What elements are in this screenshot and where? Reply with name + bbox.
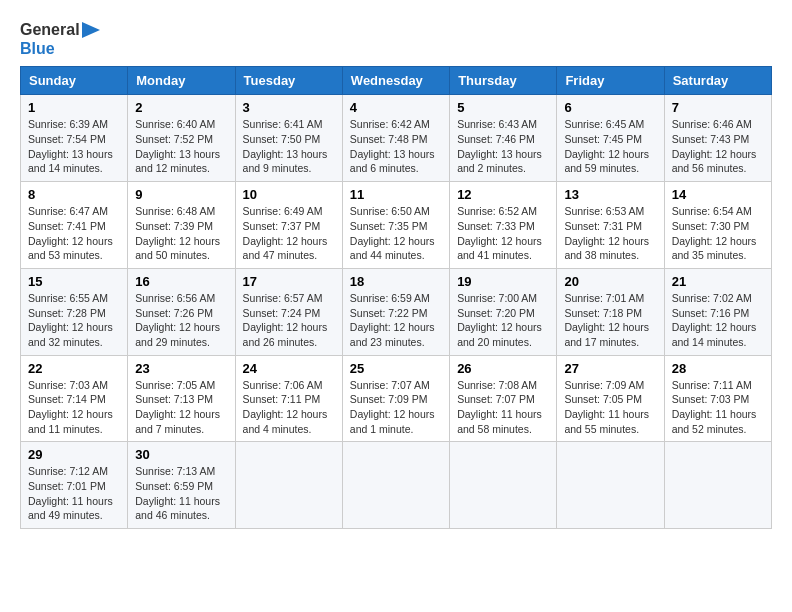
day-number: 3 bbox=[243, 100, 335, 115]
day-detail: Sunrise: 6:54 AMSunset: 7:30 PMDaylight:… bbox=[672, 204, 764, 263]
day-detail: Sunrise: 6:55 AMSunset: 7:28 PMDaylight:… bbox=[28, 291, 120, 350]
day-detail: Sunrise: 7:02 AMSunset: 7:16 PMDaylight:… bbox=[672, 291, 764, 350]
day-detail: Sunrise: 7:08 AMSunset: 7:07 PMDaylight:… bbox=[457, 378, 549, 437]
day-detail: Sunrise: 6:56 AMSunset: 7:26 PMDaylight:… bbox=[135, 291, 227, 350]
day-number: 7 bbox=[672, 100, 764, 115]
week-row-3: 15Sunrise: 6:55 AMSunset: 7:28 PMDayligh… bbox=[21, 268, 772, 355]
logo-general-text: General bbox=[20, 20, 80, 39]
calendar-cell: 18Sunrise: 6:59 AMSunset: 7:22 PMDayligh… bbox=[342, 268, 449, 355]
column-header-thursday: Thursday bbox=[450, 67, 557, 95]
day-number: 18 bbox=[350, 274, 442, 289]
day-number: 8 bbox=[28, 187, 120, 202]
day-number: 2 bbox=[135, 100, 227, 115]
day-number: 4 bbox=[350, 100, 442, 115]
day-detail: Sunrise: 7:03 AMSunset: 7:14 PMDaylight:… bbox=[28, 378, 120, 437]
logo-container: General Blue bbox=[20, 20, 100, 58]
day-detail: Sunrise: 6:43 AMSunset: 7:46 PMDaylight:… bbox=[457, 117, 549, 176]
day-detail: Sunrise: 6:40 AMSunset: 7:52 PMDaylight:… bbox=[135, 117, 227, 176]
day-detail: Sunrise: 6:49 AMSunset: 7:37 PMDaylight:… bbox=[243, 204, 335, 263]
day-detail: Sunrise: 6:39 AMSunset: 7:54 PMDaylight:… bbox=[28, 117, 120, 176]
day-number: 13 bbox=[564, 187, 656, 202]
day-detail: Sunrise: 6:53 AMSunset: 7:31 PMDaylight:… bbox=[564, 204, 656, 263]
calendar-cell: 29Sunrise: 7:12 AMSunset: 7:01 PMDayligh… bbox=[21, 442, 128, 529]
calendar-cell: 1Sunrise: 6:39 AMSunset: 7:54 PMDaylight… bbox=[21, 95, 128, 182]
day-number: 11 bbox=[350, 187, 442, 202]
day-number: 5 bbox=[457, 100, 549, 115]
day-detail: Sunrise: 7:09 AMSunset: 7:05 PMDaylight:… bbox=[564, 378, 656, 437]
column-header-friday: Friday bbox=[557, 67, 664, 95]
calendar-cell: 22Sunrise: 7:03 AMSunset: 7:14 PMDayligh… bbox=[21, 355, 128, 442]
calendar-cell: 11Sunrise: 6:50 AMSunset: 7:35 PMDayligh… bbox=[342, 182, 449, 269]
calendar-cell: 27Sunrise: 7:09 AMSunset: 7:05 PMDayligh… bbox=[557, 355, 664, 442]
calendar-cell: 24Sunrise: 7:06 AMSunset: 7:11 PMDayligh… bbox=[235, 355, 342, 442]
day-number: 16 bbox=[135, 274, 227, 289]
day-number: 26 bbox=[457, 361, 549, 376]
calendar-cell: 7Sunrise: 6:46 AMSunset: 7:43 PMDaylight… bbox=[664, 95, 771, 182]
day-detail: Sunrise: 7:12 AMSunset: 7:01 PMDaylight:… bbox=[28, 464, 120, 523]
calendar-cell: 3Sunrise: 6:41 AMSunset: 7:50 PMDaylight… bbox=[235, 95, 342, 182]
week-row-4: 22Sunrise: 7:03 AMSunset: 7:14 PMDayligh… bbox=[21, 355, 772, 442]
calendar-table: SundayMondayTuesdayWednesdayThursdayFrid… bbox=[20, 66, 772, 529]
day-number: 28 bbox=[672, 361, 764, 376]
calendar-cell: 26Sunrise: 7:08 AMSunset: 7:07 PMDayligh… bbox=[450, 355, 557, 442]
day-detail: Sunrise: 6:45 AMSunset: 7:45 PMDaylight:… bbox=[564, 117, 656, 176]
calendar-cell bbox=[557, 442, 664, 529]
calendar-cell: 4Sunrise: 6:42 AMSunset: 7:48 PMDaylight… bbox=[342, 95, 449, 182]
day-number: 20 bbox=[564, 274, 656, 289]
day-detail: Sunrise: 6:46 AMSunset: 7:43 PMDaylight:… bbox=[672, 117, 764, 176]
day-number: 24 bbox=[243, 361, 335, 376]
day-number: 19 bbox=[457, 274, 549, 289]
logo-arrow-icon bbox=[82, 22, 100, 38]
day-number: 29 bbox=[28, 447, 120, 462]
column-header-monday: Monday bbox=[128, 67, 235, 95]
day-detail: Sunrise: 7:07 AMSunset: 7:09 PMDaylight:… bbox=[350, 378, 442, 437]
calendar-cell: 8Sunrise: 6:47 AMSunset: 7:41 PMDaylight… bbox=[21, 182, 128, 269]
day-number: 14 bbox=[672, 187, 764, 202]
calendar-cell: 10Sunrise: 6:49 AMSunset: 7:37 PMDayligh… bbox=[235, 182, 342, 269]
day-number: 12 bbox=[457, 187, 549, 202]
calendar-cell: 20Sunrise: 7:01 AMSunset: 7:18 PMDayligh… bbox=[557, 268, 664, 355]
week-row-2: 8Sunrise: 6:47 AMSunset: 7:41 PMDaylight… bbox=[21, 182, 772, 269]
logo: General Blue bbox=[20, 20, 100, 58]
calendar-cell: 2Sunrise: 6:40 AMSunset: 7:52 PMDaylight… bbox=[128, 95, 235, 182]
day-detail: Sunrise: 7:00 AMSunset: 7:20 PMDaylight:… bbox=[457, 291, 549, 350]
day-detail: Sunrise: 7:01 AMSunset: 7:18 PMDaylight:… bbox=[564, 291, 656, 350]
day-number: 1 bbox=[28, 100, 120, 115]
day-detail: Sunrise: 6:59 AMSunset: 7:22 PMDaylight:… bbox=[350, 291, 442, 350]
calendar-cell: 13Sunrise: 6:53 AMSunset: 7:31 PMDayligh… bbox=[557, 182, 664, 269]
calendar-cell: 21Sunrise: 7:02 AMSunset: 7:16 PMDayligh… bbox=[664, 268, 771, 355]
day-number: 23 bbox=[135, 361, 227, 376]
calendar-cell bbox=[342, 442, 449, 529]
day-detail: Sunrise: 7:11 AMSunset: 7:03 PMDaylight:… bbox=[672, 378, 764, 437]
page-header: General Blue bbox=[20, 20, 772, 58]
column-header-sunday: Sunday bbox=[21, 67, 128, 95]
day-detail: Sunrise: 6:41 AMSunset: 7:50 PMDaylight:… bbox=[243, 117, 335, 176]
day-detail: Sunrise: 6:52 AMSunset: 7:33 PMDaylight:… bbox=[457, 204, 549, 263]
calendar-cell: 14Sunrise: 6:54 AMSunset: 7:30 PMDayligh… bbox=[664, 182, 771, 269]
day-detail: Sunrise: 6:42 AMSunset: 7:48 PMDaylight:… bbox=[350, 117, 442, 176]
calendar-cell: 16Sunrise: 6:56 AMSunset: 7:26 PMDayligh… bbox=[128, 268, 235, 355]
calendar-cell: 28Sunrise: 7:11 AMSunset: 7:03 PMDayligh… bbox=[664, 355, 771, 442]
day-detail: Sunrise: 6:57 AMSunset: 7:24 PMDaylight:… bbox=[243, 291, 335, 350]
calendar-cell: 25Sunrise: 7:07 AMSunset: 7:09 PMDayligh… bbox=[342, 355, 449, 442]
calendar-header-row: SundayMondayTuesdayWednesdayThursdayFrid… bbox=[21, 67, 772, 95]
day-number: 27 bbox=[564, 361, 656, 376]
column-header-wednesday: Wednesday bbox=[342, 67, 449, 95]
day-number: 17 bbox=[243, 274, 335, 289]
day-detail: Sunrise: 7:06 AMSunset: 7:11 PMDaylight:… bbox=[243, 378, 335, 437]
day-number: 21 bbox=[672, 274, 764, 289]
calendar-cell bbox=[235, 442, 342, 529]
day-detail: Sunrise: 7:13 AMSunset: 6:59 PMDaylight:… bbox=[135, 464, 227, 523]
calendar-cell: 6Sunrise: 6:45 AMSunset: 7:45 PMDaylight… bbox=[557, 95, 664, 182]
calendar-cell: 5Sunrise: 6:43 AMSunset: 7:46 PMDaylight… bbox=[450, 95, 557, 182]
day-number: 6 bbox=[564, 100, 656, 115]
day-number: 30 bbox=[135, 447, 227, 462]
week-row-5: 29Sunrise: 7:12 AMSunset: 7:01 PMDayligh… bbox=[21, 442, 772, 529]
calendar-cell: 15Sunrise: 6:55 AMSunset: 7:28 PMDayligh… bbox=[21, 268, 128, 355]
calendar-cell bbox=[664, 442, 771, 529]
logo-blue-text: Blue bbox=[20, 39, 55, 58]
day-number: 9 bbox=[135, 187, 227, 202]
day-detail: Sunrise: 6:50 AMSunset: 7:35 PMDaylight:… bbox=[350, 204, 442, 263]
calendar-cell: 23Sunrise: 7:05 AMSunset: 7:13 PMDayligh… bbox=[128, 355, 235, 442]
day-number: 22 bbox=[28, 361, 120, 376]
